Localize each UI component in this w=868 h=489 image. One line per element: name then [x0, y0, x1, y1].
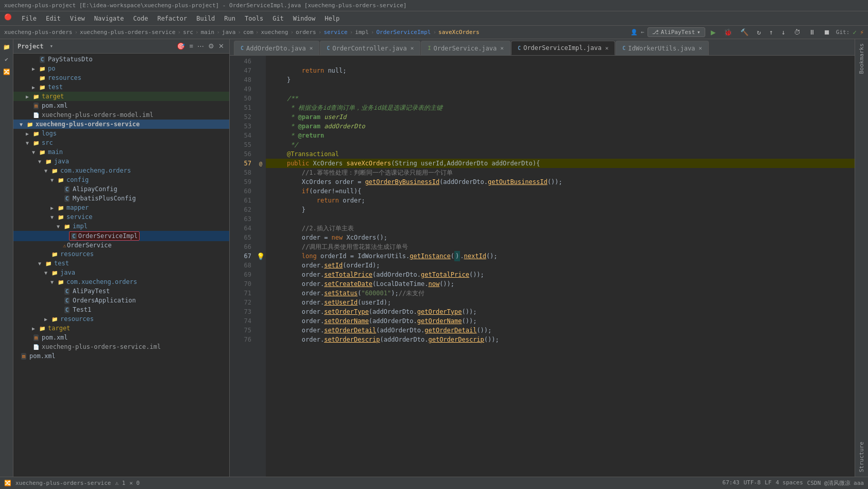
tree-item-java2[interactable]: ▼ 📁 java — [13, 268, 229, 277]
panel-collapse-button[interactable]: ≡ — [188, 41, 194, 51]
panel-locate-button[interactable]: 🎯 — [176, 41, 186, 51]
breadcrumb-main[interactable]: main — [201, 29, 215, 36]
bottom-position[interactable]: 67:43 — [722, 479, 739, 487]
build-button[interactable]: 🔨 — [738, 27, 751, 38]
tree-item-config[interactable]: ▼ 📁 config — [13, 175, 229, 184]
update-button[interactable]: ↻ — [754, 27, 763, 38]
tree-item-service-folder[interactable]: ▼ 📁 service — [13, 212, 229, 222]
tree-item-pom-model[interactable]: m pom.xml — [13, 101, 229, 110]
breadcrumb-com[interactable]: com — [243, 29, 253, 36]
menu-build[interactable]: Build — [192, 14, 219, 23]
breadcrumb-method[interactable]: saveXcOrders — [438, 29, 479, 36]
menu-git[interactable]: Git — [268, 14, 288, 23]
stop-button[interactable]: ⏹ — [821, 27, 833, 38]
tree-item-resources2[interactable]: 📁 resources — [13, 249, 229, 259]
debug-button[interactable]: 🐞 — [721, 27, 735, 38]
tab-orderservice[interactable]: I OrderService.java ✕ — [421, 41, 510, 55]
tab-ordercontroller[interactable]: C OrderController.java ✕ — [320, 41, 420, 55]
bottom-warnings[interactable]: ⚠ 1 — [115, 480, 125, 486]
sidebar-vcs-icon[interactable]: 🔀 — [1, 66, 12, 77]
git-push-button[interactable]: ↑ — [767, 27, 776, 38]
run-button[interactable]: ▶ — [708, 26, 719, 39]
breadcrumb-impl[interactable]: impl — [355, 29, 369, 36]
tree-item-java[interactable]: ▼ 📁 java — [13, 157, 229, 166]
tree-item-mapper[interactable]: ▶ 📁 mapper — [13, 203, 229, 212]
tree-item-orderserviceimpl[interactable]: C OrderServiceImpl — [13, 231, 229, 241]
tree-item-resources3[interactable]: ▶ 📁 resources — [13, 314, 229, 324]
tab-addorderdto[interactable]: C AddOrderDto.java ✕ — [234, 41, 319, 55]
menu-help[interactable]: Help — [320, 14, 344, 23]
sidebar-label-structure[interactable]: Structure — [856, 437, 867, 477]
lightbulb-icon[interactable]: 💡 — [257, 251, 265, 261]
tree-item-logs[interactable]: ▶ 📁 logs — [13, 129, 229, 138]
tab-close[interactable]: ✕ — [411, 45, 414, 52]
tree-item-po[interactable]: ▶ 📁 po — [13, 64, 229, 73]
sidebar-label-bookmarks[interactable]: Bookmarks — [856, 39, 867, 78]
menu-navigate[interactable]: Navigate — [90, 14, 128, 23]
branch-selector[interactable]: ⎇ AliPayTest ▾ — [648, 27, 705, 37]
tab-close[interactable]: ✕ — [605, 45, 609, 52]
tree-item-target2[interactable]: ▶ 📁 target — [13, 324, 229, 333]
menu-tools[interactable]: Tools — [241, 14, 267, 23]
bottom-errors[interactable]: ✕ 0 — [129, 480, 140, 486]
tree-item-src[interactable]: ▼ 📁 src — [13, 138, 229, 147]
menu-code[interactable]: Code — [129, 14, 152, 23]
bottom-indentation[interactable]: 4 spaces — [776, 479, 803, 487]
tree-item-pom2[interactable]: m pom.xml — [13, 333, 229, 342]
tree-item-orders-service[interactable]: ▼ 📁 xuecheng-plus-orders-service — [13, 120, 229, 129]
menu-edit[interactable]: Edit — [42, 14, 65, 23]
code-area[interactable]: return null; } /** * 根据业务id查询订单，业务id就是选课… — [266, 56, 855, 477]
menu-refactor[interactable]: Refactor — [153, 14, 191, 23]
sidebar-commit-icon[interactable]: ✔ — [1, 54, 12, 65]
tab-orderserviceimpl[interactable]: C OrderServiceImpl.java ✕ — [511, 41, 615, 55]
pause-button[interactable]: ⏸ — [806, 27, 818, 38]
tab-close[interactable]: ✕ — [310, 45, 313, 52]
git-pull-button[interactable]: ↓ — [779, 27, 788, 38]
menu-file[interactable]: File — [18, 14, 41, 23]
tree-item-alipay[interactable]: C AlipayConfig — [13, 184, 229, 194]
back-button[interactable]: ← — [641, 29, 644, 36]
breadcrumb-src[interactable]: src — [183, 29, 193, 36]
tab-close[interactable]: ✕ — [500, 45, 504, 52]
menu-run[interactable]: Run — [220, 14, 240, 23]
tree-item-test1[interactable]: C Test1 — [13, 305, 229, 314]
menu-view[interactable]: View — [66, 14, 89, 23]
tree-item-com-xuecheng2[interactable]: ▼ 📁 com.xuecheng.orders — [13, 277, 229, 286]
panel-settings-button[interactable]: ⚙ — [207, 41, 215, 51]
tree-item-iml-model[interactable]: 📄 xuecheng-plus-orders-model.iml — [13, 110, 229, 120]
panel-expand-button[interactable]: ⋯ — [196, 41, 205, 51]
menu-window[interactable]: Window — [289, 14, 319, 23]
tree-item-pom-root[interactable]: m pom.xml — [13, 351, 229, 361]
tree-item-test2[interactable]: ▼ 📁 test — [13, 259, 229, 268]
tree-item-alipaytest[interactable]: C AliPayTest — [13, 286, 229, 296]
tree-item-resources[interactable]: 📁 resources — [13, 73, 229, 82]
panel-dropdown[interactable]: ▾ — [50, 43, 54, 49]
bottom-encoding[interactable]: UTF-8 — [743, 479, 760, 487]
tree-item-ordersapp[interactable]: C OrdersApplication — [13, 296, 229, 305]
breadcrumb-java[interactable]: java — [222, 29, 236, 36]
breadcrumb-service[interactable]: service — [324, 29, 347, 36]
tab-idworkerutils[interactable]: C IdWorkerUtils.java ✕ — [616, 41, 709, 55]
sidebar-project-icon[interactable]: 📁 — [1, 41, 12, 53]
git-warning[interactable]: ⚡ — [860, 28, 864, 36]
git-check[interactable]: ✓ — [853, 28, 857, 36]
tree-item-mybatis[interactable]: C MybatisPlusConfig — [13, 194, 229, 203]
panel-close-button[interactable]: ✕ — [217, 41, 225, 51]
tree-item-test[interactable]: ▶ 📁 test — [13, 82, 229, 92]
tree-item-impl-folder[interactable]: ▼ 📁 impl — [13, 222, 229, 231]
tab-close[interactable]: ✕ — [699, 45, 702, 52]
tree-item-target-model[interactable]: ▶ 📁 target — [13, 92, 229, 101]
editor-content[interactable]: 46 47 48 49 50 51 52 53 54 55 56 57 58 5… — [230, 56, 855, 477]
tree-item-paystatusdto[interactable]: C PayStatusDto — [13, 55, 229, 64]
bottom-branch-name[interactable]: xuecheng-plus-orders-service — [15, 480, 111, 486]
breadcrumb-module[interactable]: xuecheng-plus-orders-service — [80, 29, 175, 36]
tree-item-com-xuecheng[interactable]: ▼ 📁 com.xuecheng.orders — [13, 166, 229, 175]
bottom-line-ending[interactable]: LF — [765, 479, 772, 487]
breadcrumb-xuecheng[interactable]: xuecheng — [261, 29, 288, 36]
history-button[interactable]: ⏱ — [791, 27, 803, 38]
bottom-vcs-branch[interactable]: 🔀 — [4, 480, 11, 486]
breadcrumb-project[interactable]: xuecheng-plus-orders — [4, 29, 72, 36]
tree-item-orderservice[interactable]: ⚠ OrderService — [13, 241, 229, 249]
breadcrumb-class[interactable]: OrderServiceImpl — [376, 29, 431, 36]
breadcrumb-orders[interactable]: orders — [296, 29, 316, 36]
